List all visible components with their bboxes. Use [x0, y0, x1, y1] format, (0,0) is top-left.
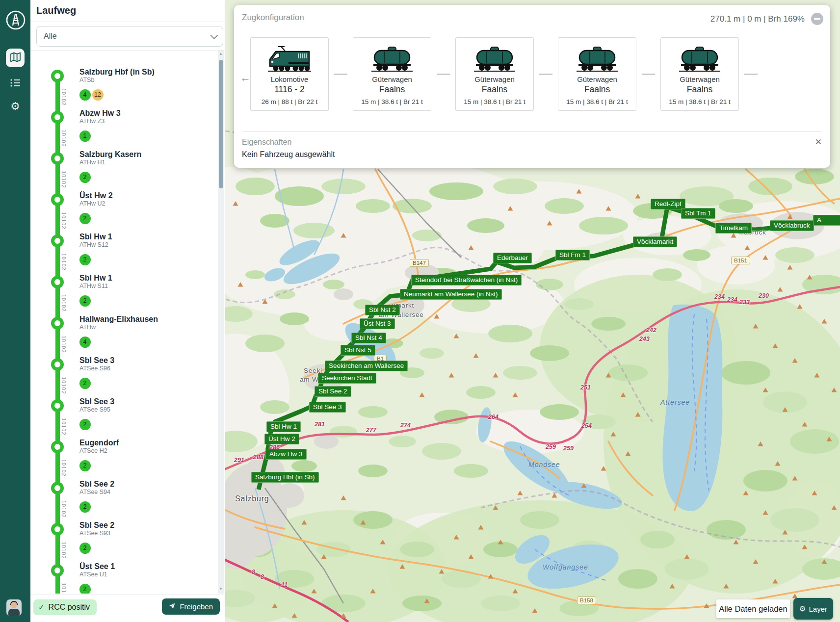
- station-name[interactable]: Abzw Hw 3: [79, 109, 121, 118]
- map-station-label[interactable]: A: [813, 215, 840, 226]
- map-station-label[interactable]: Neumarkt am Wallersee (in Nst): [400, 289, 502, 300]
- scroll-left-icon[interactable]: ←: [240, 72, 251, 84]
- train-number-label: 10102: [60, 542, 67, 559]
- station-name[interactable]: Hallwang-Elixhausen: [79, 315, 158, 324]
- road-number: 230: [759, 292, 769, 299]
- station-name[interactable]: Sbl See 3: [79, 356, 114, 365]
- vehicle-type: Güterwagen: [372, 75, 412, 83]
- layer-button[interactable]: ⚙ Layer: [793, 598, 833, 620]
- vehicle-card[interactable]: Lokomotive1116 - 226 m | 88 t | Br 22 t: [250, 37, 329, 111]
- timeline-node: [51, 193, 64, 206]
- map-station-label[interactable]: Steindorf bei Straßwalchen (in Nst): [411, 275, 522, 285]
- map-station-label[interactable]: Sbl Tm 1: [681, 208, 715, 219]
- station-code: ATSee S94: [79, 489, 110, 495]
- gear-icon: ⚙: [10, 101, 20, 112]
- road-badge: B147: [410, 259, 429, 267]
- train-number-label: 10102: [60, 336, 67, 353]
- scroll-down-icon[interactable]: ▼: [218, 587, 224, 591]
- map-station-label[interactable]: Sbl Fm 1: [555, 250, 590, 260]
- map-station-label[interactable]: Üst Nst 3: [360, 318, 395, 329]
- station-code: ATHw H1: [79, 159, 105, 166]
- station-code: ATSee H2: [79, 447, 107, 454]
- coupling-dash: [437, 74, 450, 75]
- map-station-label[interactable]: Sbl Nst 4: [351, 333, 386, 343]
- divider: [30, 22, 225, 22]
- locomotive-icon: [266, 42, 313, 73]
- sidebar-item-map[interactable]: [6, 49, 25, 67]
- road-number: 8: [261, 573, 264, 580]
- station-badge: 2: [79, 254, 91, 265]
- vehicle-card[interactable]: GüterwagenFaalns15 m | 38.6 t | Br 21 t: [660, 37, 739, 111]
- sidebar-item-settings[interactable]: ⚙: [6, 97, 25, 116]
- station-name[interactable]: Salzburg Kasern: [79, 150, 141, 159]
- collapse-panel-button[interactable]: [811, 13, 823, 25]
- train-number-label: 10102: [60, 253, 67, 271]
- road-number: 254: [581, 422, 592, 429]
- app: Redl-ZipfSbl Tm 1TimelkamVöcklabruckAVöc…: [0, 0, 840, 622]
- station-code: ATSee S95: [79, 406, 110, 413]
- timeline-node: [51, 317, 64, 330]
- timeline-node: [51, 152, 64, 165]
- vehicle-type: Güterwagen: [577, 75, 617, 83]
- map-station-label[interactable]: Üst Hw 2: [264, 434, 299, 444]
- station-name[interactable]: Sbl See 2: [79, 521, 114, 530]
- road-number: 234: [727, 296, 737, 303]
- map-station-label[interactable]: Timelkam: [715, 223, 752, 233]
- timeline-node: [51, 441, 64, 453]
- station-name[interactable]: Salzburg Hbf (in Sb): [79, 68, 155, 77]
- filter-select-value: Alle: [44, 32, 57, 41]
- timeline-node: [51, 564, 64, 577]
- sidebar-item-list[interactable]: [6, 75, 25, 93]
- station-name[interactable]: Üst See 1: [79, 562, 115, 571]
- close-icon[interactable]: ✕: [815, 137, 822, 147]
- map-station-label[interactable]: Abzw Hw 3: [265, 449, 307, 460]
- check-icon: ✓: [38, 603, 45, 612]
- status-badge-rcc: ✓ RCC positiv: [33, 599, 97, 615]
- train-stats: 270.1 m | 0 m | Brh 169%: [710, 14, 805, 24]
- vehicle-card[interactable]: GüterwagenFaalns15 m | 38.6 t | Br 21 t: [353, 37, 431, 111]
- map-station-label[interactable]: Vöcklabruck: [770, 220, 814, 231]
- station-name[interactable]: Eugendorf: [79, 439, 119, 447]
- map-station-label[interactable]: Ederbauer: [493, 253, 532, 263]
- freigeben-button[interactable]: Freigeben: [162, 598, 220, 615]
- map-station-label[interactable]: Sbl Hw 1: [266, 421, 301, 432]
- station-name[interactable]: Sbl Hw 1: [79, 274, 112, 283]
- tank-wagon-icon: [676, 42, 723, 73]
- map-station-label[interactable]: Sbl See 2: [315, 386, 351, 397]
- train-number-label: 10102: [60, 294, 67, 312]
- vehicle-card[interactable]: GüterwagenFaalns15 m | 38.6 t | Br 21 t: [558, 37, 636, 111]
- map-station-label[interactable]: Seekirchen am Wallersee: [325, 361, 408, 371]
- chevron-down-icon: [210, 32, 218, 40]
- vehicle-specs: 26 m | 88 t | Br 22 t: [262, 98, 317, 105]
- road-number: 274: [400, 422, 411, 429]
- map-station-label[interactable]: Sbl Nst 5: [341, 345, 375, 356]
- map-station-label[interactable]: Vöcklamarkt: [633, 236, 677, 247]
- map-station-label[interactable]: Seekirchen Stadt: [318, 373, 376, 384]
- vehicle-card[interactable]: GüterwagenFaalns15 m | 38.6 t | Br 21 t: [455, 37, 534, 111]
- vehicle-row: Lokomotive1116 - 226 m | 88 t | Br 22 t …: [250, 37, 763, 111]
- road-number: 259: [546, 443, 556, 450]
- tank-wagon-icon: [368, 42, 416, 73]
- station-name[interactable]: Sbl Hw 1: [79, 233, 112, 241]
- avatar[interactable]: [6, 599, 22, 616]
- road-number: 277: [366, 427, 376, 434]
- road-number: 243: [639, 336, 650, 342]
- station-name[interactable]: Sbl See 2: [79, 480, 114, 489]
- station-code: ATHw S12: [79, 241, 108, 248]
- scroll-up-icon[interactable]: ▲: [218, 52, 224, 56]
- filter-select[interactable]: Alle: [36, 26, 223, 47]
- eigenschaften-empty-message: Kein Fahrzeug ausgewählt: [242, 150, 335, 159]
- vehicle-name: 1116 - 2: [274, 84, 305, 95]
- road-number: 264: [488, 414, 499, 420]
- map-station-label[interactable]: Sbl Nst 2: [365, 305, 400, 315]
- map-station-label[interactable]: Redl-Zipf: [651, 199, 685, 209]
- map-station-label[interactable]: Salzburg Hbf (in Sb): [251, 472, 319, 483]
- scrollbar-thumb[interactable]: [219, 60, 223, 188]
- timeline-node: [51, 399, 64, 412]
- station-name[interactable]: Sbl See 3: [79, 397, 114, 406]
- map-station-label[interactable]: Sbl See 3: [309, 402, 346, 413]
- station-name[interactable]: Üst Hw 2: [79, 191, 113, 200]
- station-badge: 2: [79, 213, 91, 224]
- station-badge: 4: [79, 89, 91, 101]
- station-code: ATHw U2: [79, 200, 105, 207]
